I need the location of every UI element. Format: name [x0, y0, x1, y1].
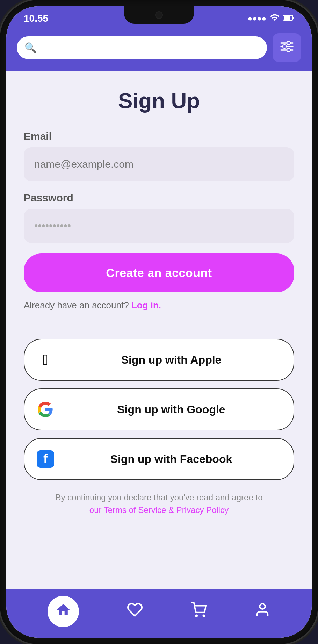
terms-prefix: By continuing you declare that you've re… — [56, 493, 263, 502]
camera — [155, 11, 163, 19]
nav-home[interactable] — [48, 596, 79, 627]
status-time: 10.55 — [24, 13, 48, 24]
wifi-icon — [270, 13, 280, 24]
home-icon — [56, 602, 71, 621]
login-link[interactable]: Log in. — [131, 300, 161, 310]
create-account-button[interactable]: Create an account — [24, 253, 294, 292]
password-input[interactable] — [24, 209, 294, 243]
divider — [24, 332, 294, 339]
signal-icon: ●●●● — [248, 14, 266, 23]
heart-icon — [127, 602, 143, 621]
nav-cart[interactable] — [190, 602, 207, 621]
search-icon: 🔍 — [24, 42, 37, 53]
svg-point-11 — [260, 604, 265, 609]
svg-rect-2 — [293, 17, 294, 19]
main-content: Sign Up Email Password Create an account… — [6, 71, 312, 589]
filter-button[interactable] — [273, 33, 301, 62]
google-button-label: Sign up with Google — [59, 403, 283, 416]
already-account-text: Already have an account? — [24, 300, 129, 310]
facebook-icon: f — [35, 449, 56, 470]
header: 🔍 — [6, 28, 312, 71]
apple-button-label: Sign up with Apple — [59, 353, 283, 366]
search-bar[interactable]: 🔍 — [17, 36, 267, 59]
page-title: Sign Up — [24, 88, 294, 113]
sign-up-google-button[interactable]: Sign up with Google — [24, 388, 294, 430]
svg-point-6 — [287, 41, 290, 45]
login-row: Already have an account? Log in. — [24, 300, 294, 311]
profile-icon — [254, 602, 270, 621]
search-row: 🔍 — [17, 33, 301, 62]
apple-icon:  — [35, 349, 56, 370]
cart-icon — [190, 602, 207, 621]
email-label: Email — [24, 130, 294, 142]
filter-icon — [280, 41, 294, 55]
svg-point-7 — [283, 45, 286, 48]
sign-up-apple-button[interactable]:  Sign up with Apple — [24, 339, 294, 381]
bottom-nav — [6, 589, 312, 638]
password-label: Password — [24, 192, 294, 204]
home-circle — [48, 596, 79, 627]
svg-point-8 — [287, 48, 290, 52]
battery-icon — [283, 14, 294, 23]
phone-frame: 10.55 ●●●● — [0, 0, 318, 644]
svg-point-10 — [203, 615, 205, 616]
svg-rect-1 — [284, 16, 290, 20]
notch — [124, 6, 194, 24]
nav-favorites[interactable] — [127, 602, 143, 621]
email-input[interactable] — [24, 147, 294, 181]
screen: 10.55 ●●●● — [6, 6, 312, 638]
terms-text: By continuing you declare that you've re… — [24, 491, 294, 516]
status-icons: ●●●● — [248, 13, 294, 24]
sign-up-facebook-button[interactable]: f Sign up with Facebook — [24, 438, 294, 480]
terms-link[interactable]: our Terms of Service & Privacy Policy — [89, 505, 229, 515]
google-icon — [35, 399, 56, 420]
svg-point-9 — [196, 615, 197, 616]
facebook-button-label: Sign up with Facebook — [59, 453, 283, 466]
nav-profile[interactable] — [254, 602, 270, 621]
